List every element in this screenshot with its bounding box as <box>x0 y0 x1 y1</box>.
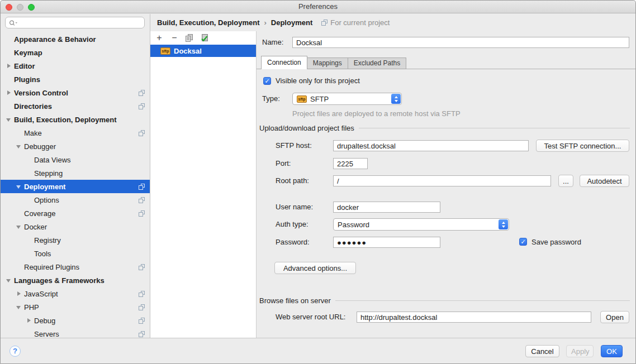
upload-section-header: Upload/download project files <box>259 123 630 132</box>
type-select-stepper-icon[interactable] <box>391 94 401 104</box>
sidebar-item-coverage[interactable]: Coverage <box>1 207 150 220</box>
chevron-down-icon[interactable] <box>15 300 23 314</box>
port-input[interactable] <box>333 158 368 169</box>
sidebar-item-label: Languages & Frameworks <box>14 276 105 285</box>
chevron-down-icon[interactable] <box>15 220 23 233</box>
tab-excluded-paths[interactable]: Excluded Paths <box>348 58 406 69</box>
sidebar-item-deployment[interactable]: Deployment <box>1 180 150 193</box>
open-button[interactable]: Open <box>600 311 629 323</box>
sidebar-item-languages-frameworks[interactable]: Languages & Frameworks <box>1 274 150 287</box>
web-root-label: Web server root URL: <box>276 312 345 322</box>
for-current-project-icon <box>139 197 145 203</box>
test-connection-button[interactable]: Test SFTP connection... <box>536 140 629 152</box>
sidebar-item-label: Required Plugins <box>24 263 79 271</box>
sidebar-item-version-control[interactable]: Version Control <box>1 86 150 99</box>
sidebar-item-plugins[interactable]: Plugins <box>1 73 150 86</box>
sidebar-item-label: Appearance & Behavior <box>14 35 96 44</box>
sidebar-item-label: Debugger <box>24 142 56 151</box>
chevron-down-icon[interactable] <box>5 274 13 287</box>
password-input[interactable] <box>333 237 440 248</box>
search-field[interactable] <box>5 17 145 28</box>
sidebar-item-label: Plugins <box>14 75 40 84</box>
name-label: Name: <box>262 37 283 47</box>
auth-type-select[interactable]: Password <box>333 218 509 231</box>
minimize-button[interactable] <box>17 4 23 11</box>
tab-connection[interactable]: Connection <box>261 56 307 69</box>
remove-server-button[interactable]: − <box>170 33 178 42</box>
sidebar-item-appearance-behavior[interactable]: Appearance & Behavior <box>1 32 150 46</box>
save-password-label[interactable]: Save password <box>531 237 581 247</box>
sidebar-item-servers[interactable]: Servers <box>1 327 150 338</box>
use-as-default-button[interactable] <box>201 34 208 42</box>
for-current-project-icon <box>139 291 145 297</box>
close-button[interactable] <box>6 4 12 11</box>
sidebar-item-label: Make <box>24 129 42 137</box>
type-value: SFTP <box>310 95 329 103</box>
sidebar-item-tools[interactable]: Tools <box>1 247 150 260</box>
web-root-input[interactable] <box>357 312 591 323</box>
port-label: Port: <box>276 159 291 169</box>
tri-spacer <box>5 32 13 46</box>
for-current-project-icon <box>139 130 145 136</box>
visible-only-label[interactable]: Visible only for this project <box>276 76 360 86</box>
breadcrumb-parent[interactable]: Build, Execution, Deployment <box>157 18 259 27</box>
user-name-input[interactable] <box>333 202 440 213</box>
tab-mappings[interactable]: Mappings <box>307 58 348 69</box>
title-bar: Preferences <box>1 1 635 13</box>
visible-only-checkbox[interactable]: ✓ <box>263 77 271 85</box>
tri-spacer <box>15 260 23 274</box>
help-button[interactable]: ? <box>10 346 21 357</box>
type-select[interactable]: sftp SFTP <box>292 93 402 105</box>
chevron-right-icon[interactable] <box>15 287 23 300</box>
server-list-item-docksal[interactable]: sftp Docksal <box>150 45 256 57</box>
sidebar-item-php[interactable]: PHP <box>1 300 150 314</box>
chevron-right-icon[interactable] <box>5 86 13 99</box>
chevron-right-icon[interactable] <box>5 59 13 73</box>
name-input[interactable] <box>292 37 629 48</box>
browse-root-button[interactable]: ... <box>558 175 573 187</box>
breadcrumb-separator-icon: › <box>264 18 266 27</box>
sidebar-item-editor[interactable]: Editor <box>1 59 150 73</box>
autodetect-button[interactable]: Autodetect <box>580 175 629 187</box>
auth-type-label: Auth type: <box>276 219 308 229</box>
sidebar-item-javascript[interactable]: JavaScript <box>1 287 150 300</box>
sidebar-item-docker[interactable]: Docker <box>1 220 150 233</box>
root-path-input[interactable] <box>333 175 551 186</box>
sidebar-item-label: Version Control <box>14 89 68 97</box>
sidebar-item-label: Data Views <box>34 156 71 164</box>
copy-server-button[interactable] <box>186 34 193 42</box>
auth-type-stepper-icon[interactable] <box>499 219 508 229</box>
sidebar-item-label: Keymap <box>14 49 42 57</box>
advanced-options-button[interactable]: Advanced options... <box>274 262 356 274</box>
sidebar-item-required-plugins[interactable]: Required Plugins <box>1 260 150 274</box>
for-current-project-icon <box>139 103 145 109</box>
zoom-button[interactable] <box>28 4 35 11</box>
save-password-checkbox[interactable]: ✓ <box>519 238 527 246</box>
chevron-down-icon[interactable] <box>15 140 23 153</box>
ok-button[interactable]: OK <box>601 345 623 357</box>
sidebar-item-label: Directories <box>14 102 52 111</box>
search-input[interactable] <box>20 19 141 27</box>
chevron-down-icon[interactable] <box>5 113 13 126</box>
sidebar-item-registry[interactable]: Registry <box>1 233 150 247</box>
sidebar-item-debug[interactable]: Debug <box>1 314 150 327</box>
section-rule <box>335 300 630 301</box>
sidebar-item-keymap[interactable]: Keymap <box>1 46 150 59</box>
cancel-button[interactable]: Cancel <box>525 345 559 357</box>
apply-button[interactable]: Apply <box>566 345 594 357</box>
sidebar-item-data-views[interactable]: Data Views <box>1 153 150 166</box>
sftp-host-input[interactable] <box>333 140 529 151</box>
chevron-down-icon[interactable] <box>15 180 23 193</box>
sidebar-item-directories[interactable]: Directories <box>1 99 150 113</box>
sidebar-item-debugger[interactable]: Debugger <box>1 140 150 153</box>
sidebar-item-build-execution-deployment[interactable]: Build, Execution, Deployment <box>1 113 150 126</box>
type-help-text: Project files are deployed to a remote h… <box>292 109 461 118</box>
sidebar-item-stepping[interactable]: Stepping <box>1 166 150 180</box>
add-server-button[interactable]: + <box>155 33 163 42</box>
sidebar-item-label: Servers <box>34 330 59 338</box>
chevron-right-icon[interactable] <box>25 314 33 327</box>
root-path-label: Root path: <box>276 176 309 186</box>
sidebar-item-options[interactable]: Options <box>1 193 150 207</box>
sidebar-item-label: Editor <box>14 62 35 70</box>
sidebar-item-make[interactable]: Make <box>1 126 150 140</box>
